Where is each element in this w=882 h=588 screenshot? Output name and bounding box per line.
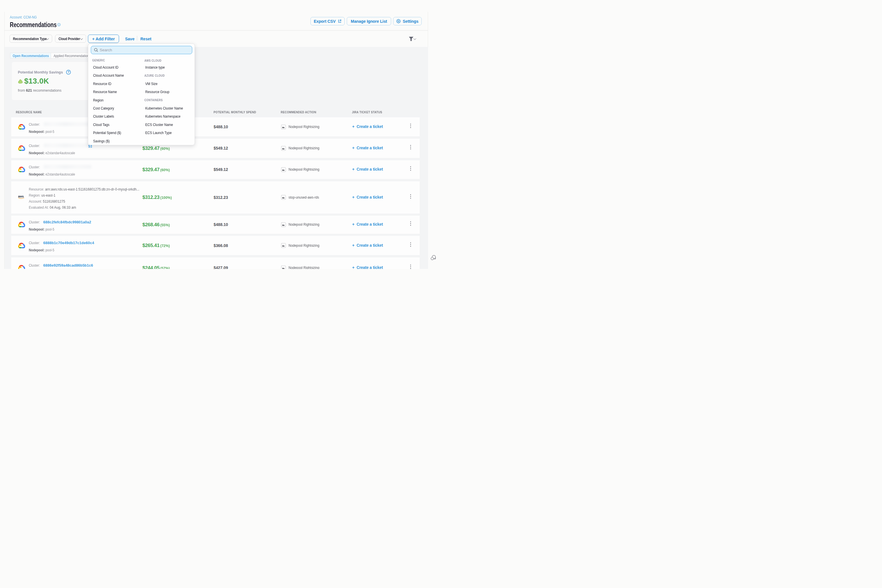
svg-text:aws: aws — [18, 195, 24, 198]
